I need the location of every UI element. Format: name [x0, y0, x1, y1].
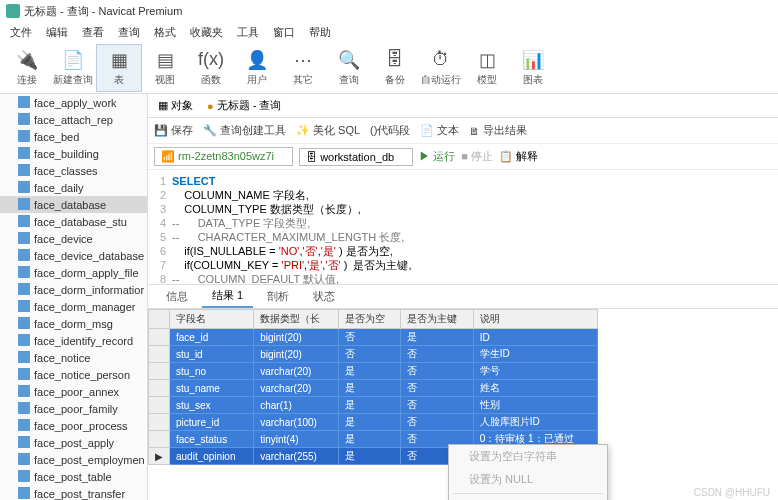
col-header[interactable]: 字段名	[170, 310, 254, 329]
cell[interactable]: bigint(20)	[254, 329, 339, 346]
menu-query[interactable]: 查询	[112, 23, 146, 42]
menu-help[interactable]: 帮助	[303, 23, 337, 42]
table-face_poor_process[interactable]: face_poor_process	[0, 417, 147, 434]
tab-query[interactable]: ●无标题 - 查询	[203, 96, 285, 115]
cell[interactable]: varchar(100)	[254, 414, 339, 431]
cell[interactable]: 是	[400, 329, 473, 346]
table-face_daily[interactable]: face_daily	[0, 179, 147, 196]
toolbar-表[interactable]: ▦表	[96, 44, 142, 92]
cell[interactable]: 否	[400, 380, 473, 397]
col-header[interactable]: 说明	[473, 310, 597, 329]
cell[interactable]: ID	[473, 329, 597, 346]
menu-tools[interactable]: 工具	[231, 23, 265, 42]
cell[interactable]: 是	[339, 363, 401, 380]
table-face_database_stu[interactable]: face_database_stu	[0, 213, 147, 230]
ctx-delete[interactable]: 删除记录	[449, 496, 607, 500]
table-face_notice[interactable]: face_notice	[0, 349, 147, 366]
table-face_notice_person[interactable]: face_notice_person	[0, 366, 147, 383]
table-face_poor_annex[interactable]: face_poor_annex	[0, 383, 147, 400]
cell[interactable]: audit_opinion	[170, 448, 254, 465]
result-grid[interactable]: 字段名数据类型（长是否为空是否为主键说明face_idbigint(20)否是I…	[148, 309, 778, 465]
cell[interactable]: varchar(20)	[254, 380, 339, 397]
table-face_dorm_apply_file[interactable]: face_dorm_apply_file	[0, 264, 147, 281]
menu-window[interactable]: 窗口	[267, 23, 301, 42]
col-header[interactable]: 是否为空	[339, 310, 401, 329]
row-marker[interactable]	[149, 363, 170, 380]
cell[interactable]: 是	[339, 397, 401, 414]
cell[interactable]: 学生ID	[473, 346, 597, 363]
stop-button[interactable]: ■ 停止	[461, 149, 493, 164]
sql-editor[interactable]: 1SELECT 2 COLUMN_NAME 字段名, 3 COLUMN_TYPE…	[148, 170, 778, 285]
menu-favorites[interactable]: 收藏夹	[184, 23, 229, 42]
text-button[interactable]: 📄 文本	[420, 123, 459, 138]
code-button[interactable]: ()代码段	[370, 123, 410, 138]
sidebar[interactable]: face_apply_workface_attach_repface_bedfa…	[0, 94, 148, 500]
cell[interactable]: char(1)	[254, 397, 339, 414]
table-face_classes[interactable]: face_classes	[0, 162, 147, 179]
cell[interactable]: tinyint(4)	[254, 431, 339, 448]
cell[interactable]: stu_id	[170, 346, 254, 363]
menu-file[interactable]: 文件	[4, 23, 38, 42]
table-face_post_employmen[interactable]: face_post_employmen	[0, 451, 147, 468]
row-marker[interactable]	[149, 329, 170, 346]
table-face_post_apply[interactable]: face_post_apply	[0, 434, 147, 451]
ctx-set-blank[interactable]: 设置为空白字符串	[449, 445, 607, 468]
db-select[interactable]: 🗄 workstation_db	[299, 148, 413, 166]
cell[interactable]: 否	[339, 346, 401, 363]
cell[interactable]: varchar(20)	[254, 363, 339, 380]
toolbar-备份[interactable]: 🗄备份	[372, 44, 418, 92]
table-face_post_transfer[interactable]: face_post_transfer	[0, 485, 147, 500]
tab-status[interactable]: 状态	[303, 286, 345, 307]
toolbar-模型[interactable]: ◫模型	[464, 44, 510, 92]
menu-edit[interactable]: 编辑	[40, 23, 74, 42]
col-header[interactable]: 是否为主键	[400, 310, 473, 329]
cell[interactable]: face_id	[170, 329, 254, 346]
builder-button[interactable]: 🔧 查询创建工具	[203, 123, 286, 138]
cell[interactable]: 学号	[473, 363, 597, 380]
toolbar-用户[interactable]: 👤用户	[234, 44, 280, 92]
toolbar-视图[interactable]: ▤视图	[142, 44, 188, 92]
row-marker[interactable]	[149, 414, 170, 431]
table-face_poor_family[interactable]: face_poor_family	[0, 400, 147, 417]
table-face_device_database[interactable]: face_device_database	[0, 247, 147, 264]
save-button[interactable]: 💾 保存	[154, 123, 193, 138]
cell[interactable]: 是	[339, 380, 401, 397]
table-face_post_table[interactable]: face_post_table	[0, 468, 147, 485]
cell[interactable]: 否	[400, 346, 473, 363]
server-select[interactable]: 📶 rm-2zetn83n05wz7i	[154, 147, 293, 166]
cell[interactable]: stu_sex	[170, 397, 254, 414]
cell[interactable]: 人脸库图片ID	[473, 414, 597, 431]
export-button[interactable]: 🗎 导出结果	[469, 123, 527, 138]
cell[interactable]: 姓名	[473, 380, 597, 397]
cell[interactable]: 否	[400, 363, 473, 380]
explain-button[interactable]: 📋 解释	[499, 149, 538, 164]
toolbar-其它[interactable]: ⋯其它	[280, 44, 326, 92]
table-face_identify_record[interactable]: face_identify_record	[0, 332, 147, 349]
tab-result[interactable]: 结果 1	[202, 285, 253, 308]
cell[interactable]: bigint(20)	[254, 346, 339, 363]
cell[interactable]: face_status	[170, 431, 254, 448]
cell[interactable]: 是	[339, 448, 401, 465]
menu-view[interactable]: 查看	[76, 23, 110, 42]
row-marker[interactable]	[149, 397, 170, 414]
table-face_attach_rep[interactable]: face_attach_rep	[0, 111, 147, 128]
tab-info[interactable]: 信息	[156, 286, 198, 307]
toolbar-自动运行[interactable]: ⏱自动运行	[418, 44, 464, 92]
toolbar-连接[interactable]: 🔌连接	[4, 44, 50, 92]
table-face_dorm_msg[interactable]: face_dorm_msg	[0, 315, 147, 332]
toolbar-新建查询[interactable]: 📄新建查询	[50, 44, 96, 92]
beautify-button[interactable]: ✨ 美化 SQL	[296, 123, 360, 138]
table-face_bed[interactable]: face_bed	[0, 128, 147, 145]
table-face_dorm_informatior[interactable]: face_dorm_informatior	[0, 281, 147, 298]
table-face_database[interactable]: face_database	[0, 196, 147, 213]
cell[interactable]: 否	[339, 329, 401, 346]
cell[interactable]: picture_id	[170, 414, 254, 431]
row-marker[interactable]	[149, 346, 170, 363]
row-marker[interactable]	[149, 380, 170, 397]
tab-profile[interactable]: 剖析	[257, 286, 299, 307]
col-header[interactable]: 数据类型（长	[254, 310, 339, 329]
cell[interactable]: 否	[400, 414, 473, 431]
tab-objects[interactable]: ▦对象	[154, 96, 197, 115]
cell[interactable]: stu_no	[170, 363, 254, 380]
toolbar-图表[interactable]: 📊图表	[510, 44, 556, 92]
